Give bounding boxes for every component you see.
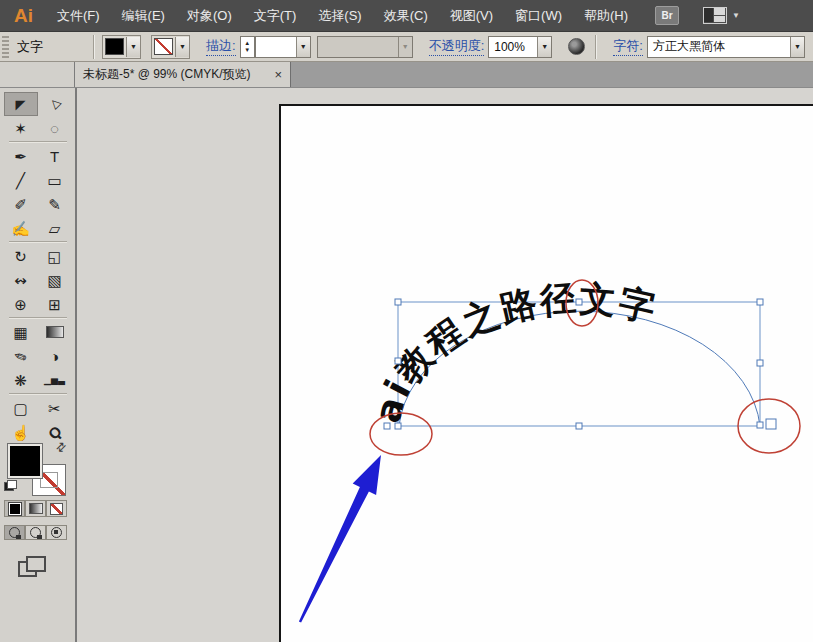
chevron-down-icon[interactable]: ▼	[537, 37, 551, 57]
menu-item-view[interactable]: 视图(V)	[439, 7, 504, 25]
tool-pencil[interactable]: ✎	[38, 192, 72, 216]
eyedropper-icon: ✏	[12, 347, 29, 365]
fill-color-widget[interactable]: ▼	[102, 35, 141, 59]
tool-shape-builder[interactable]: ⊕	[4, 292, 38, 316]
tab-bar-left-cap	[0, 62, 75, 87]
workspace-switcher[interactable]: ▼	[703, 7, 740, 24]
canvas-area[interactable]: ai教程之路径文字	[77, 88, 813, 642]
paintbrush-icon: ✐	[14, 197, 27, 212]
tool-eraser[interactable]: ▱	[38, 216, 72, 240]
handle-left-middle[interactable]	[395, 358, 401, 364]
handle-top-middle[interactable]	[576, 299, 582, 305]
draw-normal-button[interactable]	[4, 525, 25, 540]
document-title: 未标题-5* @ 99% (CMYK/预览)	[83, 66, 268, 83]
tool-perspective-grid[interactable]: ⊞	[38, 292, 72, 316]
menu-item-window[interactable]: 窗口(W)	[504, 7, 573, 25]
tool-hand[interactable]: ☝	[4, 420, 38, 444]
tool-magic-wand[interactable]: ✶	[4, 116, 38, 140]
tool-eyedropper[interactable]: ✏	[4, 344, 38, 368]
tools-grid: ◤▷✶◌✒T╱▭✐✎✍▱↻◱↭▧⊕⊞▦✏◑❋▁▅▃▢✂☝Ϙ	[0, 88, 75, 444]
separator	[93, 35, 95, 59]
stepper-down-icon[interactable]: ▼	[244, 47, 250, 54]
color-icon	[9, 503, 21, 515]
chevron-down-icon[interactable]: ▼	[126, 37, 140, 57]
handle-bottom-middle[interactable]	[576, 423, 582, 429]
opacity-select[interactable]: 100% ▼	[488, 36, 552, 58]
stroke-link[interactable]: 描边:	[206, 37, 236, 56]
perspective-grid-icon: ⊞	[48, 297, 61, 312]
fill-color-swatch[interactable]	[105, 38, 124, 55]
panel-grip[interactable]	[2, 36, 9, 58]
direct-selection-icon: ▷	[47, 96, 62, 111]
handle-bottom-left[interactable]	[395, 423, 401, 429]
menu-item-edit[interactable]: 编辑(E)	[111, 7, 176, 25]
tool-line-segment[interactable]: ╱	[4, 168, 38, 192]
color-button[interactable]	[4, 500, 25, 517]
draw-inside-button[interactable]	[46, 525, 67, 540]
blob-brush-icon: ✍	[11, 221, 30, 236]
gradient-icon	[46, 326, 64, 338]
handle-top-left[interactable]	[395, 299, 401, 305]
stepper-up-icon[interactable]: ▲	[244, 40, 250, 47]
draw-behind-button[interactable]	[25, 525, 46, 540]
tool-width-tool[interactable]: ↭	[4, 268, 38, 292]
tool-type[interactable]: T	[38, 144, 72, 168]
main-area: ◤▷✶◌✒T╱▭✐✎✍▱↻◱↭▧⊕⊞▦✏◑❋▁▅▃▢✂☝Ϙ ⇄	[0, 88, 813, 642]
tool-direct-selection[interactable]: ▷	[38, 92, 72, 116]
tool-rectangle[interactable]: ▭	[38, 168, 72, 192]
toolbar-divider	[9, 317, 67, 319]
tool-slice[interactable]: ✂	[38, 396, 72, 420]
menu-item-help[interactable]: 帮助(H)	[573, 7, 639, 25]
tool-blend[interactable]: ◑	[38, 344, 72, 368]
stroke-none-swatch[interactable]	[154, 38, 173, 55]
tool-mesh[interactable]: ▦	[4, 320, 38, 344]
tool-lasso[interactable]: ◌	[38, 116, 72, 140]
tool-free-transform[interactable]: ▧	[38, 268, 72, 292]
stroke-width-select[interactable]: ▼	[255, 36, 311, 58]
path-text-end-bracket[interactable]	[766, 419, 776, 429]
drawing-mode-buttons	[4, 525, 67, 540]
chevron-down-icon[interactable]: ▼	[175, 37, 189, 57]
menu-item-file[interactable]: 文件(F)	[46, 7, 111, 25]
symbol-sprayer-icon: ❋	[14, 373, 27, 388]
opacity-link[interactable]: 不透明度:	[429, 37, 485, 56]
fill-color-indicator[interactable]	[8, 444, 42, 478]
path-text-object[interactable]: ai教程之路径文字	[366, 278, 661, 427]
screen-mode-button[interactable]	[18, 556, 44, 575]
draw-behind-icon	[30, 527, 41, 538]
stroke-color-widget[interactable]: ▼	[151, 35, 190, 59]
menu-item-select[interactable]: 选择(S)	[307, 7, 372, 25]
stroke-width-stepper[interactable]: ▲ ▼	[240, 36, 255, 58]
handle-right-middle[interactable]	[757, 360, 763, 366]
tool-rotate[interactable]: ↻	[4, 244, 38, 268]
tool-scale[interactable]: ◱	[38, 244, 72, 268]
path-text-start-bracket[interactable]	[384, 423, 390, 429]
default-fill-stroke-icon[interactable]	[4, 480, 17, 491]
character-link[interactable]: 字符:	[613, 37, 643, 56]
shape-builder-icon: ⊕	[14, 297, 27, 312]
handle-bottom-right[interactable]	[757, 422, 763, 428]
menu-item-object[interactable]: 对象(O)	[176, 7, 243, 25]
tool-artboard[interactable]: ▢	[4, 396, 38, 420]
none-button[interactable]	[46, 500, 67, 517]
font-family-select[interactable]: 方正大黑简体 ▼	[647, 36, 805, 58]
chevron-down-icon[interactable]: ▼	[790, 37, 804, 57]
slice-icon: ✂	[48, 401, 61, 416]
tool-gradient[interactable]	[38, 320, 72, 344]
tool-selection[interactable]: ◤	[4, 92, 38, 116]
recolor-artwork-icon[interactable]	[568, 38, 585, 55]
menu-item-type[interactable]: 文字(T)	[243, 7, 308, 25]
tool-pen[interactable]: ✒	[4, 144, 38, 168]
bridge-button[interactable]: Br	[655, 6, 679, 25]
handle-top-right[interactable]	[757, 299, 763, 305]
gradient-button[interactable]	[25, 500, 46, 517]
menu-item-effect[interactable]: 效果(C)	[373, 7, 439, 25]
tool-zoom[interactable]: Ϙ	[38, 420, 72, 444]
tool-paintbrush[interactable]: ✐	[4, 192, 38, 216]
tool-blob-brush[interactable]: ✍	[4, 216, 38, 240]
chevron-down-icon[interactable]: ▼	[296, 37, 310, 57]
document-tab[interactable]: 未标题-5* @ 99% (CMYK/预览) ×	[75, 62, 291, 87]
tool-symbol-sprayer[interactable]: ❋	[4, 368, 38, 392]
tool-column-graph[interactable]: ▁▅▃	[38, 368, 72, 392]
close-tab-button[interactable]: ×	[268, 67, 282, 82]
